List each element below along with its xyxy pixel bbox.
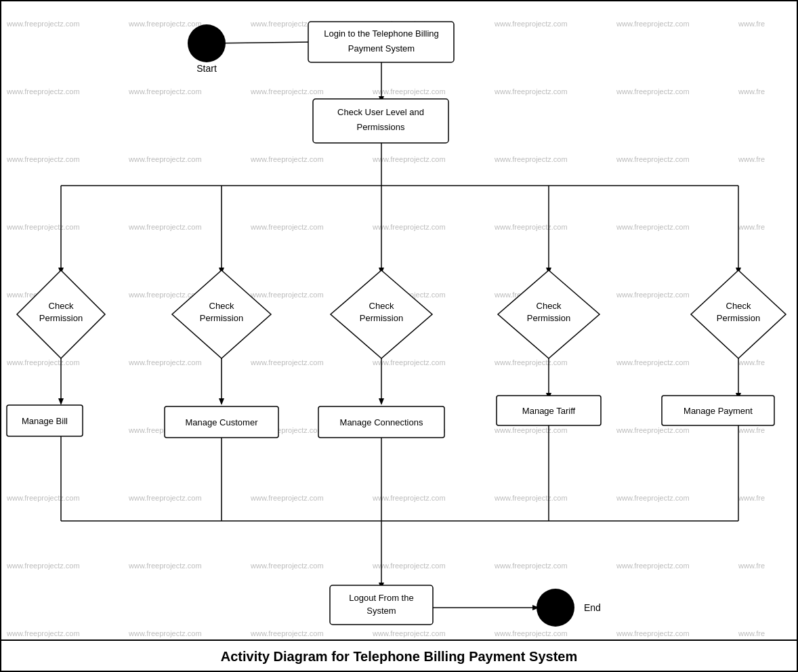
svg-text:www.fre: www.fre <box>738 87 765 96</box>
svg-text:www.freeprojectz.com: www.freeprojectz.com <box>128 629 202 637</box>
manage-customer-label: Manage Customer <box>186 417 259 427</box>
svg-text:www.freeprojectz.com: www.freeprojectz.com <box>128 20 202 28</box>
svg-text:www.freeprojectz.com: www.freeprojectz.com <box>372 223 446 231</box>
check-perm-label-1b: Permission <box>39 313 83 323</box>
svg-text:www.freeprojectz.com: www.freeprojectz.com <box>616 629 690 637</box>
svg-text:www.freeprojectz.com: www.freeprojectz.com <box>6 358 80 366</box>
svg-text:www.freeprojectz.com: www.freeprojectz.com <box>128 358 202 366</box>
svg-text:www.freeprojectz.com: www.freeprojectz.com <box>494 629 568 637</box>
svg-text:www.freeprojectz.com: www.freeprojectz.com <box>250 494 324 502</box>
svg-text:www.fre: www.fre <box>738 562 765 570</box>
svg-text:www.freeprojectz.com: www.freeprojectz.com <box>250 562 324 570</box>
svg-text:www.freeprojectz.com: www.freeprojectz.com <box>128 87 202 96</box>
manage-bill-label: Manage Bill <box>22 416 68 426</box>
svg-text:www.fre: www.fre <box>738 20 765 28</box>
svg-text:www.fre: www.fre <box>738 426 765 434</box>
svg-text:www.fre: www.fre <box>738 223 765 231</box>
start-circle <box>188 24 226 62</box>
svg-text:www.freeprojectz.com: www.freeprojectz.com <box>250 223 324 231</box>
svg-text:www.freeprojectz.com: www.freeprojectz.com <box>616 358 690 366</box>
svg-text:www.freeprojectz.com: www.freeprojectz.com <box>616 562 690 570</box>
svg-text:www.freeprojectz.com: www.freeprojectz.com <box>6 629 80 637</box>
svg-marker-89 <box>219 398 224 405</box>
check-perm-label-3b: Permission <box>360 313 403 323</box>
check-perm-label-2a: Check <box>209 301 234 311</box>
svg-text:www.freeprojectz.com: www.freeprojectz.com <box>372 87 446 96</box>
svg-text:www.freeprojectz.com: www.freeprojectz.com <box>616 20 690 28</box>
svg-text:www.freeprojectz.com: www.freeprojectz.com <box>494 87 568 96</box>
svg-text:www.freeprojectz.com: www.freeprojectz.com <box>494 562 568 570</box>
svg-text:www.freeprojectz.com: www.freeprojectz.com <box>128 223 202 231</box>
svg-text:www.fre: www.fre <box>738 155 765 163</box>
diagram-svg: www.freeprojectz.com www.freeprojectz.co… <box>0 0 798 672</box>
logout-box <box>330 585 433 625</box>
svg-text:www.freeprojectz.com: www.freeprojectz.com <box>494 358 568 366</box>
logout-text-2: System <box>366 606 396 616</box>
svg-text:www.freeprojectz.com: www.freeprojectz.com <box>616 494 690 502</box>
svg-text:www.freeprojectz.com: www.freeprojectz.com <box>494 155 568 163</box>
svg-text:www.freeprojectz.com: www.freeprojectz.com <box>372 155 446 163</box>
svg-text:www.fre: www.fre <box>738 629 765 637</box>
svg-text:www.freeprojectz.com: www.freeprojectz.com <box>128 155 202 163</box>
check-perm-label-3a: Check <box>369 301 394 311</box>
svg-text:www.freeprojectz.com: www.freeprojectz.com <box>372 494 446 502</box>
login-text-2: Payment System <box>348 43 415 54</box>
svg-text:www.freeprojectz.com: www.freeprojectz.com <box>250 291 324 299</box>
check-perm-label-1a: Check <box>49 301 74 311</box>
check-perm-label-5b: Permission <box>717 313 760 323</box>
check-perm-label-4b: Permission <box>527 313 570 323</box>
svg-text:www.freeprojectz.com: www.freeprojectz.com <box>616 155 690 163</box>
svg-text:www.freeprojectz.com: www.freeprojectz.com <box>616 223 690 231</box>
svg-text:www.freeprojectz.com: www.freeprojectz.com <box>6 87 80 96</box>
svg-text:www.freeprojectz.com: www.freeprojectz.com <box>372 629 446 637</box>
manage-payment-label: Manage Payment <box>684 406 753 416</box>
svg-text:www.freeprojectz.com: www.freeprojectz.com <box>494 20 568 28</box>
svg-text:www.freeprojectz.com: www.freeprojectz.com <box>250 358 324 366</box>
end-circle <box>537 589 574 627</box>
svg-text:www.freeprojectz.com: www.freeprojectz.com <box>6 155 80 163</box>
svg-text:www.freeprojectz.com: www.freeprojectz.com <box>6 562 80 570</box>
svg-marker-91 <box>379 398 384 405</box>
start-label: Start <box>196 63 217 74</box>
check-user-text-2: Permissions <box>357 122 405 132</box>
svg-marker-87 <box>58 398 64 405</box>
diagram-title: Activity Diagram for Telephone Billing P… <box>221 649 577 665</box>
svg-text:www.freeprojectz.com: www.freeprojectz.com <box>616 291 690 299</box>
login-text-1: Login to the Telephone Billing <box>324 28 439 39</box>
check-perm-label-4a: Check <box>537 301 562 311</box>
svg-text:www.freeprojectz.com: www.freeprojectz.com <box>372 562 446 570</box>
svg-text:www.freeprojectz.com: www.freeprojectz.com <box>494 223 568 231</box>
title-bar: Activity Diagram for Telephone Billing P… <box>0 639 798 672</box>
svg-text:www.freeprojectz.com: www.freeprojectz.com <box>6 494 80 502</box>
svg-text:www.freeprojectz.com: www.freeprojectz.com <box>250 155 324 163</box>
login-box <box>308 22 454 62</box>
check-user-level-box <box>313 99 448 143</box>
logout-text-1: Logout From the <box>349 593 413 603</box>
svg-text:www.freeprojectz.com: www.freeprojectz.com <box>250 629 324 637</box>
manage-tariff-label: Manage Tariff <box>522 406 576 416</box>
svg-text:www.freeprojectz.com: www.freeprojectz.com <box>494 494 568 502</box>
svg-text:www.fre: www.fre <box>738 358 765 366</box>
svg-text:www.freeprojectz.com: www.freeprojectz.com <box>250 87 324 96</box>
check-perm-label-2b: Permission <box>200 313 243 323</box>
svg-text:www.fre: www.fre <box>738 494 765 502</box>
end-label: End <box>584 602 601 613</box>
svg-text:www.freeprojectz.com: www.freeprojectz.com <box>6 20 80 28</box>
svg-text:www.freeprojectz.com: www.freeprojectz.com <box>128 494 202 502</box>
svg-text:www.freeprojectz.com: www.freeprojectz.com <box>6 223 80 231</box>
svg-text:www.freeprojectz.com: www.freeprojectz.com <box>616 426 690 434</box>
check-perm-label-5a: Check <box>726 301 751 311</box>
svg-text:www.freeprojectz.com: www.freeprojectz.com <box>494 426 568 434</box>
manage-connections-label: Manage Connections <box>340 417 423 427</box>
svg-text:www.freeprojectz.com: www.freeprojectz.com <box>616 87 690 96</box>
svg-text:www.freeprojectz.com: www.freeprojectz.com <box>372 358 446 366</box>
svg-text:www.freeprojectz.com: www.freeprojectz.com <box>128 562 202 570</box>
check-user-text-1: Check User Level and <box>337 107 424 117</box>
